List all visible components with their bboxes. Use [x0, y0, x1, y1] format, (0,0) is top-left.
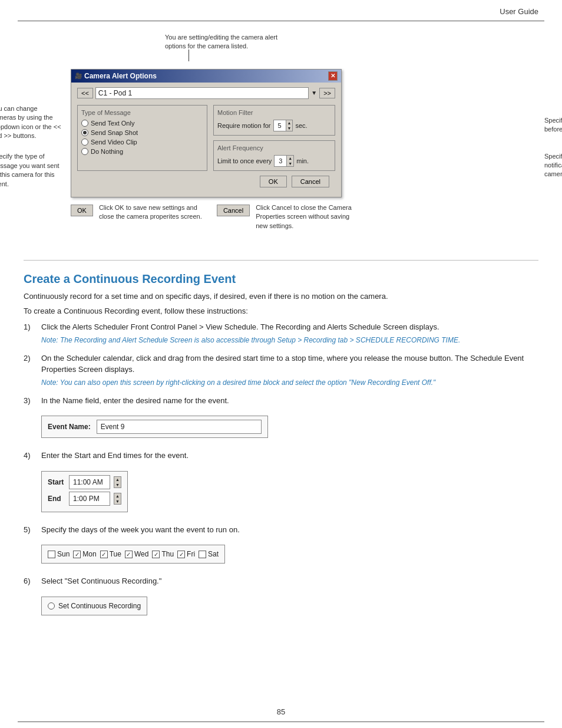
start-time-input[interactable]: 11:00 AM [69, 475, 110, 489]
dialog-body: << C1 - Pod 1 ▼ >> Type of Message [71, 83, 341, 197]
radio-do-nothing[interactable]: Do Nothing [81, 148, 203, 155]
nav-left-btn[interactable]: << [77, 88, 93, 98]
dialog-footer: OK Cancel [77, 171, 335, 192]
right-annotation-top: Specify the length of motion required be… [544, 116, 562, 134]
day-mon-label: Mon [82, 549, 96, 559]
radio-send-video[interactable]: Send Video Clip [81, 139, 203, 146]
start-time-spinner[interactable]: ▲ ▼ [114, 476, 121, 488]
dialog-titlebar-left: 🎥 Camera Alert Options [75, 72, 157, 80]
step-1-text: Click the Alerts Scheduler Front Control… [41, 322, 439, 331]
start-label: Start [48, 477, 65, 487]
day-fri[interactable]: Fri [177, 549, 195, 559]
end-down[interactable]: ▼ [114, 499, 121, 504]
checkbox-sun[interactable] [48, 551, 55, 558]
day-sat-label: Sat [208, 549, 219, 559]
day-sat[interactable]: Sat [199, 549, 219, 559]
end-time-spinner[interactable]: ▲ ▼ [114, 493, 121, 505]
section-title: Create a Continuous Recording Event [24, 272, 538, 286]
day-tue-label: Tue [110, 549, 121, 559]
alert-freq-arrows[interactable]: ▲ ▼ [286, 156, 293, 166]
step-6-content: Select "Set Continuous Recording." Set C… [41, 575, 538, 620]
camera-select-row: << C1 - Pod 1 ▼ >> [77, 87, 335, 99]
steps-list: 1) Click the Alerts Scheduler Front Cont… [24, 321, 538, 620]
page-number: 85 [277, 707, 285, 716]
type-of-message-panel: Type of Message Send Text Only Send Snap… [77, 105, 207, 171]
alert-freq-spinner[interactable]: 3 ▲ ▼ [274, 155, 294, 167]
motion-filter-text: Require motion for [217, 122, 271, 129]
dialog-cancel-btn[interactable]: Cancel [292, 176, 329, 187]
bottom-cancel-btn[interactable]: Cancel [217, 205, 250, 216]
dialog-ok-btn[interactable]: OK [260, 176, 287, 187]
start-down[interactable]: ▼ [114, 482, 121, 487]
step-5-content: Specify the days of the week you want th… [41, 524, 538, 569]
radio-send-text[interactable]: Send Text Only [81, 120, 203, 127]
day-mon[interactable]: Mon [73, 549, 96, 559]
top-callout: You are setting/editing the camera alert… [165, 33, 538, 51]
checkbox-mon[interactable] [73, 551, 81, 558]
checkbox-tue[interactable] [100, 551, 108, 558]
end-time-input[interactable]: 1:00 PM [69, 492, 110, 506]
checkbox-sat[interactable] [199, 551, 206, 558]
diagram-main: You can change cameras by using the drop… [24, 69, 538, 230]
camera-dropdown[interactable]: C1 - Pod 1 [95, 87, 309, 99]
dropdown-arrow: ▼ [311, 90, 317, 96]
day-thu[interactable]: Thu [152, 549, 174, 559]
motion-filter-row: Require motion for 5 ▲ ▼ [217, 120, 331, 131]
right-annotations: Specify the length of motion required be… [544, 116, 562, 179]
footer-area: 85 [0, 722, 562, 728]
checkbox-wed[interactable] [125, 551, 133, 558]
event-name-field: Event Name: Event 9 [41, 416, 268, 438]
radio-text-label: Send Text Only [91, 120, 134, 127]
end-spinner-arrows[interactable]: ▲ ▼ [114, 493, 121, 504]
day-wed[interactable]: Wed [125, 549, 148, 559]
step-3-text: In the Name field, enter the desired nam… [41, 396, 229, 405]
content-area: You are setting/editing the camera alert… [0, 21, 562, 639]
spinner-arrows[interactable]: ▲ ▼ [286, 120, 293, 131]
continuous-recording-label: Set Continuous Recording [58, 601, 141, 611]
alert-freq-value: 3 [275, 157, 286, 165]
instructions-intro: To create a Continuous Recording event, … [24, 307, 538, 315]
event-name-input[interactable]: Event 9 [97, 420, 262, 434]
dialog-titlebar: 🎥 Camera Alert Options ✕ [71, 70, 341, 83]
day-tue[interactable]: Tue [100, 549, 121, 559]
end-up[interactable]: ▲ [114, 493, 121, 499]
alert-freq-label: Alert Frequency [217, 144, 331, 151]
footer-line [18, 722, 544, 722]
dialog-close-btn[interactable]: ✕ [328, 71, 338, 81]
section-divider [24, 260, 538, 261]
continuous-radio[interactable]: Set Continuous Recording [41, 597, 147, 615]
step-5: 5) Specify the days of the week you want… [24, 524, 538, 569]
dialog-title: Camera Alert Options [84, 72, 157, 80]
page-footer: 85 [0, 707, 562, 716]
radio-circle-nothing [81, 148, 88, 155]
nav-right-btn[interactable]: >> [319, 88, 335, 98]
step-2-note: Note: You can also open this screen by r… [41, 378, 538, 388]
radio-send-snap[interactable]: Send Snap Shot [81, 129, 203, 136]
section-description: Continuously record for a set time and o… [24, 291, 538, 302]
radio-circle-continuous [48, 602, 55, 610]
dialog-panels: Type of Message Send Text Only Send Snap… [77, 105, 335, 171]
alert-freq-up[interactable]: ▲ [287, 156, 293, 161]
time-fields-wrapper: Start 11:00 AM ▲ ▼ [41, 466, 538, 517]
spinner-up[interactable]: ▲ [286, 120, 293, 126]
day-sun[interactable]: Sun [48, 549, 70, 559]
diagram-section: You are setting/editing the camera alert… [24, 33, 538, 242]
bottom-ok-btn[interactable]: OK [71, 205, 93, 216]
start-spinner-arrows[interactable]: ▲ ▼ [114, 477, 121, 487]
motion-filter-box: Motion Filter Require motion for 5 ▲ ▼ [213, 105, 335, 136]
days-row: Sun Mon Tue [41, 545, 225, 564]
start-time-row: Start 11:00 AM ▲ ▼ [48, 475, 121, 489]
spinner-down[interactable]: ▼ [286, 126, 293, 131]
step-4-text: Enter the Start and End times for the ev… [41, 451, 189, 460]
checkbox-fri[interactable] [177, 551, 185, 558]
motion-filter-spinner[interactable]: 5 ▲ ▼ [273, 120, 293, 131]
day-wed-label: Wed [134, 549, 148, 559]
checkbox-thu[interactable] [152, 551, 160, 558]
start-up[interactable]: ▲ [114, 477, 121, 482]
camera-alert-dialog: 🎥 Camera Alert Options ✕ << C1 - Pod 1 ▼ [71, 69, 342, 197]
step-3-content: In the Name field, enter the desired nam… [41, 395, 538, 443]
ok-btn-callout: OK Click OK to save new settings and clo… [71, 203, 205, 222]
right-annotation-bottom: Specify the frequency of alert notificat… [544, 152, 562, 179]
left-annotation-1: You can change cameras by using the drop… [0, 104, 62, 141]
alert-freq-down[interactable]: ▼ [287, 161, 293, 166]
